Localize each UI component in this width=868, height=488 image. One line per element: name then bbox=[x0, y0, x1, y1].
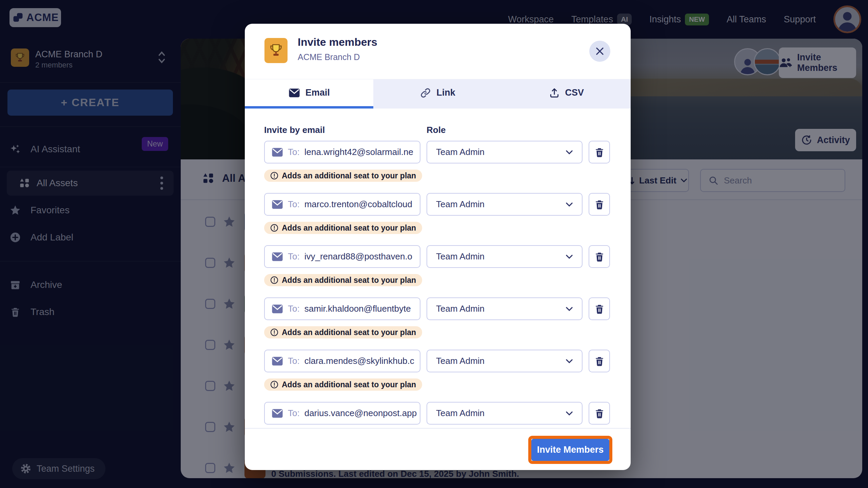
invite-rows: To: lena.wright42@solarmail.ne Team Admi… bbox=[264, 141, 611, 436]
alert-circle-icon bbox=[270, 224, 278, 232]
invite-row: To: darius.vance@neonpost.app Team Admin bbox=[264, 402, 611, 425]
envelope-icon bbox=[289, 88, 300, 98]
chevron-down-icon bbox=[566, 150, 573, 155]
modal-trophy-icon bbox=[264, 38, 288, 63]
email-value: ivy_renard88@posthaven.o bbox=[304, 251, 412, 262]
email-value: samir.khaldoon@fluentbyte bbox=[304, 304, 411, 314]
envelope-icon bbox=[272, 252, 283, 262]
seat-warning-text: Adds an additional seat to your plan bbox=[282, 276, 416, 285]
invite-email-input[interactable]: To: ivy_renard88@posthaven.o bbox=[264, 245, 420, 268]
remove-row-button[interactable] bbox=[589, 350, 610, 372]
role-value: Team Admin bbox=[436, 356, 485, 366]
chevron-down-icon bbox=[566, 254, 573, 259]
remove-row-button[interactable] bbox=[589, 245, 610, 268]
to-label: To: bbox=[288, 408, 300, 418]
envelope-icon bbox=[272, 199, 283, 210]
role-value: Team Admin bbox=[436, 304, 485, 314]
remove-row-button[interactable] bbox=[589, 193, 610, 216]
email-value: lena.wright42@solarmail.ne bbox=[304, 147, 413, 157]
to-label: To: bbox=[288, 304, 300, 314]
role-select[interactable]: Team Admin bbox=[427, 141, 583, 163]
tab-csv-label: CSV bbox=[565, 87, 584, 98]
envelope-icon bbox=[272, 304, 283, 314]
invite-row: To: clara.mendes@skylinkhub.c Team Admin bbox=[264, 350, 611, 391]
invite-email-input[interactable]: To: lena.wright42@solarmail.ne bbox=[264, 141, 420, 163]
seat-warning-text: Adds an additional seat to your plan bbox=[282, 328, 416, 337]
chevron-down-icon bbox=[566, 359, 573, 364]
role-select[interactable]: Team Admin bbox=[427, 402, 583, 425]
tab-link-label: Link bbox=[436, 87, 455, 98]
seat-warning: Adds an additional seat to your plan bbox=[264, 170, 422, 182]
role-select[interactable]: Team Admin bbox=[427, 245, 583, 268]
email-value: darius.vance@neonpost.app bbox=[304, 408, 417, 418]
seat-warning-text: Adds an additional seat to your plan bbox=[282, 223, 416, 233]
email-section-label: Invite by email bbox=[264, 125, 325, 135]
role-select[interactable]: Team Admin bbox=[427, 193, 583, 216]
role-section-label: Role bbox=[427, 125, 446, 135]
modal-subtitle: ACME Branch D bbox=[298, 52, 360, 62]
remove-row-button[interactable] bbox=[589, 402, 610, 425]
remove-row-button[interactable] bbox=[589, 141, 610, 163]
invite-members-modal: Invite members ACME Branch D Email Link … bbox=[245, 24, 631, 470]
alert-circle-icon bbox=[270, 380, 278, 389]
tab-email-label: Email bbox=[305, 87, 330, 98]
to-label: To: bbox=[288, 251, 300, 262]
alert-circle-icon bbox=[270, 172, 278, 180]
seat-warning-text: Adds an additional seat to your plan bbox=[282, 380, 416, 389]
close-icon[interactable] bbox=[589, 41, 610, 62]
envelope-icon bbox=[272, 147, 283, 157]
seat-warning: Adds an additional seat to your plan bbox=[264, 378, 422, 391]
invite-members-submit-button[interactable]: Invite Members bbox=[531, 439, 609, 461]
invite-row: To: marco.trenton@cobaltcloud Team Admin bbox=[264, 193, 611, 234]
invite-email-input[interactable]: To: marco.trenton@cobaltcloud bbox=[264, 193, 420, 216]
to-label: To: bbox=[288, 147, 300, 157]
tab-link[interactable]: Link bbox=[373, 79, 502, 109]
tab-email[interactable]: Email bbox=[245, 79, 373, 109]
invite-tabs: Email Link CSV bbox=[245, 79, 631, 109]
invite-row: To: ivy_renard88@posthaven.o Team Admin bbox=[264, 245, 611, 286]
seat-warning: Adds an additional seat to your plan bbox=[264, 222, 422, 234]
email-value: clara.mendes@skylinkhub.c bbox=[304, 356, 414, 366]
modal-title: Invite members bbox=[298, 36, 377, 48]
to-label: To: bbox=[288, 199, 300, 210]
envelope-icon bbox=[272, 356, 283, 366]
chevron-down-icon bbox=[566, 307, 573, 311]
alert-circle-icon bbox=[270, 276, 278, 284]
seat-warning-text: Adds an additional seat to your plan bbox=[282, 171, 416, 180]
role-select[interactable]: Team Admin bbox=[427, 297, 583, 320]
invite-email-input[interactable]: To: clara.mendes@skylinkhub.c bbox=[264, 350, 420, 372]
remove-row-button[interactable] bbox=[589, 297, 610, 320]
invite-row: To: lena.wright42@solarmail.ne Team Admi… bbox=[264, 141, 611, 182]
envelope-icon bbox=[272, 408, 283, 418]
role-value: Team Admin bbox=[436, 251, 485, 262]
chevron-down-icon bbox=[566, 411, 573, 416]
tab-csv[interactable]: CSV bbox=[502, 79, 631, 109]
annotation-highlight: Invite Members bbox=[528, 436, 612, 464]
role-value: Team Admin bbox=[436, 199, 485, 210]
role-value: Team Admin bbox=[436, 408, 485, 418]
role-select[interactable]: Team Admin bbox=[427, 350, 583, 372]
modal-footer: Invite Members bbox=[245, 428, 631, 470]
chevron-down-icon bbox=[566, 202, 573, 207]
seat-warning: Adds an additional seat to your plan bbox=[264, 274, 422, 286]
role-value: Team Admin bbox=[436, 147, 485, 157]
alert-circle-icon bbox=[270, 328, 278, 336]
email-value: marco.trenton@cobaltcloud bbox=[304, 199, 412, 210]
invite-row: To: samir.khaldoon@fluentbyte Team Admin bbox=[264, 297, 611, 338]
invite-email-input[interactable]: To: darius.vance@neonpost.app bbox=[264, 402, 420, 425]
invite-email-input[interactable]: To: samir.khaldoon@fluentbyte bbox=[264, 297, 420, 320]
seat-warning: Adds an additional seat to your plan bbox=[264, 326, 422, 338]
upload-icon bbox=[549, 87, 560, 98]
to-label: To: bbox=[288, 356, 300, 366]
link-icon bbox=[420, 87, 431, 98]
